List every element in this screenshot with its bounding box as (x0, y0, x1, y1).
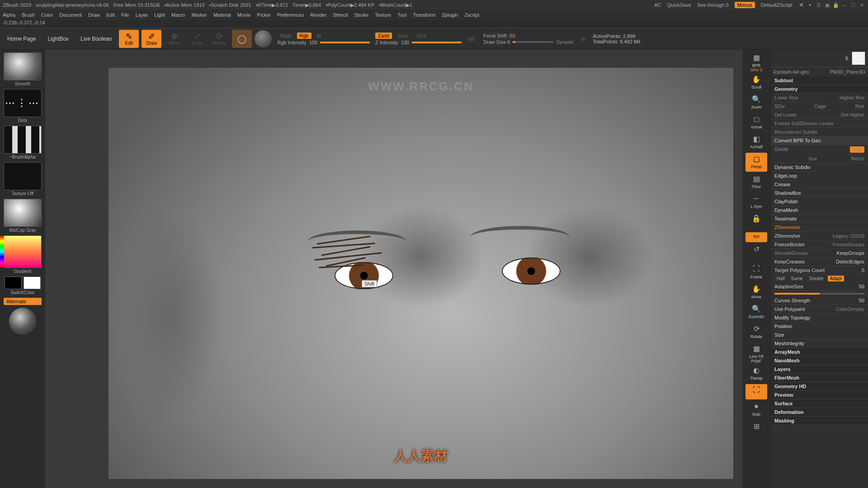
surface-section[interactable]: Surface (771, 399, 868, 408)
modify-topology-section[interactable]: Modify Topology (771, 314, 868, 322)
geometryhd-section[interactable]: Geometry HD (771, 382, 868, 391)
cage-button[interactable]: Cage (814, 103, 826, 109)
alternate-button[interactable]: Alternate (4, 298, 42, 305)
fibermesh-section[interactable]: FiberMesh (771, 374, 868, 382)
collapse-icon[interactable]: ⮜ (798, 2, 805, 8)
polyf-button[interactable]: ▦Line FillPolyF (745, 343, 767, 363)
edit-mode-button[interactable]: ✎Edit (119, 30, 139, 48)
default-zscript[interactable]: DefaultZScript (761, 2, 793, 8)
rgb-intensity-slider[interactable] (320, 42, 370, 43)
quicksave-button[interactable]: QuickSave (667, 2, 691, 8)
subtool-name-1[interactable]: Eyelash-lwr-geo (774, 69, 809, 75)
rotate-mode-button[interactable]: ⟳Rotate (209, 30, 229, 48)
xpose-button[interactable]: ⊞ (745, 420, 767, 439)
menu-edit[interactable]: Edit (106, 12, 115, 18)
suv-button[interactable]: Suv (808, 156, 817, 161)
freeze-border-button[interactable]: FreezeBorder (774, 242, 805, 247)
legacy-button[interactable]: Legacy (2018) (833, 233, 864, 239)
convert-bpr-button[interactable]: Convert BPR To Geo (771, 136, 868, 145)
divide-button[interactable]: Divide (774, 146, 788, 153)
switch-color-button[interactable]: SwitchColor (10, 290, 34, 295)
frame-button[interactable]: ⛶Frame (745, 263, 767, 282)
menu-stencil[interactable]: Stencil (333, 12, 348, 18)
minimize-icon[interactable]: — (841, 2, 848, 8)
color-density-button[interactable]: ColorDensity (836, 306, 864, 312)
lsym-button[interactable]: ↔L.Sym (745, 192, 767, 211)
zremesher-section[interactable]: ZRemesher (771, 223, 868, 232)
nanomesh-section[interactable]: NanoMesh (771, 357, 868, 365)
texture-thumbnail[interactable] (4, 162, 42, 190)
geometry-section[interactable]: Geometry (771, 85, 868, 94)
menu-material[interactable]: Material (213, 12, 231, 18)
menu-stroke[interactable]: Stroke (354, 12, 368, 18)
freeze-groups-button[interactable]: FreezeGroups (833, 242, 864, 247)
swatch-secondary[interactable] (24, 277, 41, 289)
mrgb-button[interactable]: Mrgb (277, 33, 294, 39)
actual-button[interactable]: ◻Actual (745, 113, 767, 132)
freeze-subdiv-button[interactable]: Freeze SubDivision Levels (774, 121, 833, 126)
viewport[interactable]: Shift WWW.RRCG.CN 人人素材 (45, 50, 742, 488)
alpha-thumbnail[interactable] (4, 126, 42, 154)
layers-section[interactable]: Layers (771, 365, 868, 374)
menu-preferences[interactable]: Preferences (277, 12, 304, 18)
reuv-button[interactable]: ReUV (851, 156, 864, 161)
mesh-integrity-section[interactable]: MeshIntegrity (771, 339, 868, 348)
bpr-button[interactable]: ▦BPRSPix 3 (745, 52, 767, 72)
lower-res-button[interactable]: Lower Res (774, 95, 798, 100)
rgb-button[interactable]: Rgb (297, 33, 311, 39)
floor-button[interactable]: ▤Floor (745, 173, 767, 192)
rotate-back-button[interactable]: ↺ (745, 243, 767, 262)
adaptive-size-label[interactable]: AdaptiveSize (774, 284, 803, 289)
deformation-section[interactable]: Deformation (771, 408, 868, 417)
target-poly-label[interactable]: Target Polygons Count (774, 267, 825, 273)
shadowbox-section[interactable]: ShadowBox (771, 189, 868, 197)
keep-groups-button[interactable]: KeepGroups (836, 250, 864, 256)
claypolish-section[interactable]: ClayPolish (771, 197, 868, 206)
menu-zplugin[interactable]: Zplugin (442, 12, 458, 18)
close-icon[interactable]: ✕ (858, 2, 865, 8)
gradient-label[interactable]: Gradient (14, 269, 31, 274)
draw-size-slider[interactable] (513, 41, 553, 43)
zremesher-button[interactable]: ZRemesher (774, 233, 800, 239)
live-boolean-button[interactable]: Live Boolean (76, 34, 116, 44)
menu-icon[interactable]: ☰ (815, 2, 822, 8)
subtool-name-2[interactable]: PM3D_Plane3D (830, 69, 865, 75)
z-intensity-slider[interactable] (412, 42, 462, 43)
menu-movie[interactable]: Movie (237, 12, 250, 18)
arraymesh-section[interactable]: ArrayMesh (771, 348, 868, 357)
higher-res-button[interactable]: Higher Res (840, 95, 864, 100)
menu-light[interactable]: Light (154, 12, 165, 18)
detect-edges-button[interactable]: DetectEdges (836, 259, 864, 264)
del-lower-button[interactable]: Del Lower (774, 112, 797, 117)
same-button[interactable]: Same (789, 276, 805, 282)
half-button[interactable]: Half (774, 276, 787, 282)
menu-brush[interactable]: Brush (22, 12, 35, 18)
dynamic-button[interactable]: ⛶ (745, 384, 767, 399)
menu-texture[interactable]: Texture (375, 12, 391, 18)
gyro-button[interactable] (255, 30, 272, 47)
sculptris-button[interactable]: ◯ (232, 30, 252, 48)
dynamic-subdiv-section[interactable]: Dynamic Subdiv (771, 163, 868, 172)
persp-button[interactable]: ▢Persp (745, 153, 767, 172)
use-polypaint-button[interactable]: Use Polypaint (774, 306, 805, 312)
menu-color[interactable]: Color (41, 12, 53, 18)
subtool-section[interactable]: Subtool (771, 76, 868, 85)
crease-section[interactable]: Crease (771, 180, 868, 189)
lock-icon[interactable]: 🔒 (832, 2, 840, 8)
zsub-button[interactable]: Zsub (395, 33, 411, 39)
menu-macro[interactable]: Macro (171, 12, 185, 18)
menu-draw[interactable]: Draw (88, 12, 100, 18)
navigator-sphere[interactable] (9, 308, 36, 335)
menu-document[interactable]: Document (59, 12, 82, 18)
draw-mode-button[interactable]: ✐Draw (142, 30, 161, 48)
menu-file[interactable]: File (121, 12, 129, 18)
swatch-main[interactable] (5, 277, 22, 289)
sculpt-mesh[interactable] (108, 68, 733, 479)
masking-section[interactable]: Masking (771, 417, 868, 425)
scale-mode-button[interactable]: ⤢Scale (187, 30, 207, 48)
xyz-button[interactable]: Xyz (745, 232, 767, 242)
menu-picker[interactable]: Picker (257, 12, 271, 18)
color-picker[interactable] (4, 235, 42, 268)
gizmo-s-icon[interactable]: ◎S (464, 32, 478, 46)
adaptive-size-slider[interactable] (774, 293, 864, 295)
